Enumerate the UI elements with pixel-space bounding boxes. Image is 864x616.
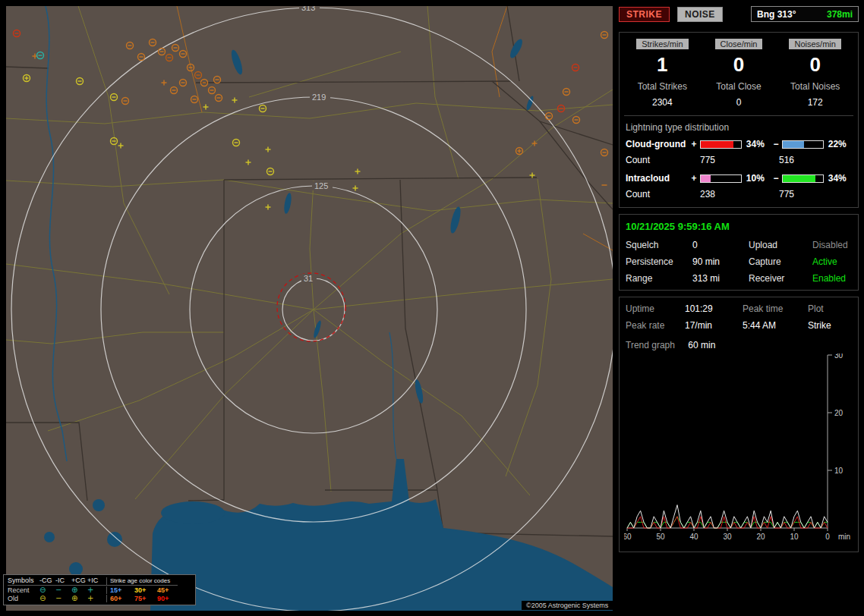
capture-label: Capture: [749, 256, 812, 267]
rate-counters: Strikes/min 1 Total Strikes 2304 Close/m…: [624, 39, 853, 108]
peak-rate-label: Peak rate: [626, 320, 685, 331]
plot-value: Strike: [808, 320, 853, 331]
total-strikes-value: 2304: [624, 97, 701, 108]
uptime-label: Uptime: [626, 303, 685, 314]
legend-recent-label: Recent: [8, 586, 39, 594]
age-code-30: 30+: [131, 586, 154, 594]
ic-pos-percent: 10%: [746, 173, 771, 184]
close-per-min-label[interactable]: Close/min: [715, 39, 763, 49]
ic-neg-percent: 34%: [828, 173, 853, 184]
legend-old-label: Old: [8, 595, 39, 602]
intracloud-row: Intracloud + 10% − 34%: [624, 173, 853, 184]
bearing-value: Bng 313°: [757, 9, 796, 20]
legend-type-header: -CG: [39, 577, 55, 586]
peak-time-label: Peak time: [743, 303, 808, 314]
recent-ic-neg-icon: −: [55, 586, 71, 594]
total-close-value: 0: [701, 97, 777, 108]
plus-sign: +: [689, 173, 698, 184]
bearing-distance: 378mi: [827, 9, 853, 20]
squelch-label: Squelch: [626, 240, 692, 250]
cloud-ground-count-row: Count 775 516: [624, 155, 853, 165]
ic-neg-bar-fill: [783, 175, 815, 182]
cloud-ground-label: Cloud-ground: [624, 139, 689, 149]
close-counter: Close/min 0 Total Close 0: [701, 39, 777, 108]
trend-graph: 6050403020100min302010: [624, 354, 853, 545]
legend-age-title: Strike age color codes: [106, 577, 178, 586]
svg-text:10: 10: [834, 467, 844, 475]
recent-ic-pos-icon: +: [87, 586, 106, 594]
age-code-45: 45+: [154, 586, 178, 594]
ic-pos-bar: [700, 174, 742, 183]
copyright-notice: ©2005 Astrogenic Systems: [522, 601, 613, 610]
cg-pos-bar: [700, 140, 742, 149]
bearing-display: Bng 313° 378mi: [751, 6, 859, 22]
cg-pos-percent: 34%: [746, 139, 771, 149]
cg-pos-bar-fill: [701, 141, 733, 148]
svg-text:50: 50: [656, 533, 665, 541]
old-cg-pos-icon: ⊕: [71, 595, 87, 602]
legend-type-header: -IC: [55, 577, 71, 586]
range-label: Range: [626, 273, 692, 284]
persistence-label: Persistence: [626, 256, 692, 267]
noises-per-min-value: 0: [777, 54, 853, 75]
svg-text:0: 0: [825, 533, 830, 541]
intracloud-label: Intracloud: [624, 173, 689, 184]
svg-text:30: 30: [723, 533, 732, 541]
svg-text:60: 60: [624, 533, 632, 541]
svg-text:30: 30: [834, 354, 844, 360]
svg-text:20: 20: [834, 409, 844, 417]
noises-counter: Noises/min 0 Total Noises 172: [777, 39, 853, 108]
age-code-75: 75+: [131, 595, 154, 602]
cg-neg-count: 516: [777, 155, 794, 165]
strikes-per-min-label[interactable]: Strikes/min: [636, 39, 688, 49]
trend-graph-header: Trend graph 60 min: [626, 340, 853, 350]
plot-label: Plot: [808, 303, 853, 314]
strike-mode-button[interactable]: STRIKE: [619, 7, 670, 22]
statistics-section: Strikes/min 1 Total Strikes 2304 Close/m…: [619, 32, 859, 208]
legend-type-header: +CG: [71, 577, 87, 586]
ic-pos-bar-fill: [701, 175, 711, 182]
recent-cg-neg-icon: ⊖: [39, 586, 55, 594]
total-noises-value: 172: [777, 97, 853, 108]
ic-neg-bar: [782, 174, 824, 183]
svg-text:10: 10: [790, 533, 799, 541]
peak-rate-value: 17/min: [685, 320, 743, 331]
squelch-value: 0: [692, 240, 749, 250]
cg-neg-bar-fill: [783, 141, 804, 148]
svg-text:219: 219: [312, 93, 326, 102]
noise-mode-button[interactable]: NOISE: [677, 7, 723, 22]
receiver-value: Enabled: [812, 273, 853, 284]
svg-text:40: 40: [689, 533, 698, 541]
capture-value: Active: [812, 256, 853, 267]
map-legend: Symbols -CG -IC +CG +IC Strike age color…: [3, 574, 196, 605]
cg-pos-count: 775: [691, 155, 777, 165]
svg-text:20: 20: [756, 533, 765, 541]
recent-cg-pos-icon: ⊕: [71, 586, 87, 594]
svg-text:313: 313: [301, 6, 315, 12]
status-section: 10/21/2025 9:59:16 AM Squelch 0 Upload D…: [619, 214, 859, 291]
svg-text:min: min: [838, 533, 850, 541]
mode-toolbar: STRIKE NOISE Bng 313° 378mi: [619, 6, 859, 22]
lightning-map[interactable]: 31321912531: [6, 6, 613, 611]
cg-neg-bar: [782, 140, 824, 149]
svg-text:31: 31: [304, 274, 313, 283]
strikes-counter: Strikes/min 1 Total Strikes 2304: [624, 39, 701, 108]
cg-neg-percent: 22%: [828, 139, 853, 149]
legend-type-header: +IC: [87, 577, 106, 586]
total-close-label: Total Close: [701, 81, 777, 92]
minus-sign: −: [771, 139, 780, 149]
receiver-label: Receiver: [749, 273, 812, 284]
trend-section: Uptime 101:29 Peak time Plot Peak rate 1…: [619, 297, 859, 552]
count-label: Count: [624, 155, 691, 165]
divider: [624, 115, 853, 116]
noises-per-min-label[interactable]: Noises/min: [789, 39, 840, 49]
old-ic-pos-icon: +: [87, 595, 106, 602]
intracloud-count-row: Count 238 775: [624, 189, 853, 200]
upload-label: Upload: [749, 240, 812, 250]
status-grid: Squelch 0 Upload Disabled Persistence 90…: [624, 240, 853, 284]
peak-time-value: 5:44 AM: [743, 320, 808, 331]
legend-symbols-title: Symbols: [8, 577, 39, 586]
plus-sign: +: [689, 139, 698, 149]
age-code-15: 15+: [106, 586, 131, 594]
datetime-display: 10/21/2025 9:59:16 AM: [626, 221, 853, 232]
